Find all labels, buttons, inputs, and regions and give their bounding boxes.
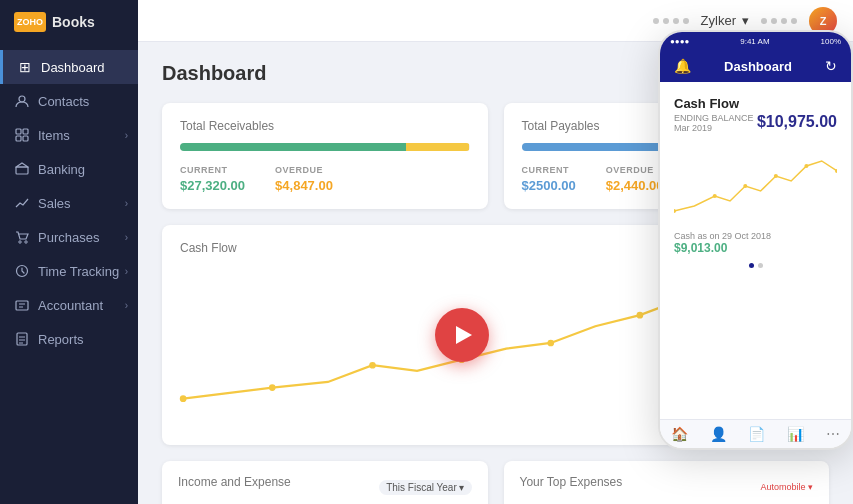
- dot-3: [673, 18, 679, 24]
- svg-point-16: [637, 312, 644, 319]
- expenses-header: Your Top Expenses Automobile ▾: [520, 475, 814, 499]
- dot-inactive: [758, 263, 763, 268]
- phone-bottom-nav: 🏠 👤 📄 📊 ⋯: [660, 419, 851, 448]
- purchases-icon: [14, 229, 30, 245]
- user-name: Zylker: [701, 13, 736, 28]
- svg-point-6: [19, 241, 21, 243]
- phone-tab-home[interactable]: 🏠: [671, 426, 688, 442]
- play-button[interactable]: [435, 308, 489, 362]
- svg-point-7: [25, 241, 27, 243]
- sidebar-item-dashboard[interactable]: ⊞ Dashboard: [0, 50, 138, 84]
- svg-rect-3: [16, 136, 21, 141]
- sidebar-item-label: Accountant: [38, 298, 103, 313]
- dot-7: [781, 18, 787, 24]
- svg-point-0: [19, 96, 25, 102]
- phone-tab-docs[interactable]: 📄: [748, 426, 765, 442]
- income-card: Income and Expense This Fiscal Year ▾: [162, 461, 488, 504]
- phone-mockup: ●●●● 9:41 AM 100% 🔔 Dashboard ↻ Cash Flo…: [658, 30, 853, 450]
- phone-battery: 100%: [821, 37, 841, 46]
- phone-footer-amount: $9,013.00: [674, 241, 837, 255]
- phone-cashflow-sub: ENDING BALANCE Mar 2019: [674, 113, 754, 133]
- dot-5: [761, 18, 767, 24]
- phone-dot-indicator: [674, 263, 837, 268]
- sidebar-item-label: Contacts: [38, 94, 89, 109]
- receivables-overdue-label: OVERDUE: [275, 165, 333, 175]
- sidebar-item-label: Dashboard: [41, 60, 105, 75]
- phone-cashflow-amount: $10,975.00: [757, 113, 837, 131]
- svg-rect-9: [16, 301, 28, 310]
- home-icon: 🏠: [671, 426, 688, 442]
- payables-overdue-label: OVERDUE: [606, 165, 664, 175]
- receivables-overdue-value: $4,847.00: [275, 178, 333, 193]
- svg-point-22: [804, 164, 808, 168]
- dot-active: [749, 263, 754, 268]
- phone-content: Cash Flow ENDING BALANCE Mar 2019 $10,97…: [660, 82, 851, 282]
- user-dropdown-icon: ▾: [742, 13, 749, 28]
- phone-status-bar: ●●●● 9:41 AM 100%: [660, 32, 851, 50]
- sidebar-item-purchases[interactable]: Purchases ›: [0, 220, 138, 254]
- phone-tab-charts[interactable]: 📊: [787, 426, 804, 442]
- sidebar-item-label: Time Tracking: [38, 264, 119, 279]
- sidebar: ZOHO Books ⊞ Dashboard Contacts Items ›: [0, 0, 138, 504]
- dot-2: [663, 18, 669, 24]
- receivables-bar: [180, 143, 470, 151]
- income-header: Income and Expense This Fiscal Year ▾: [178, 475, 472, 499]
- receivables-title: Total Receivables: [180, 119, 470, 133]
- more-icon: ⋯: [826, 426, 840, 442]
- sidebar-item-reports[interactable]: Reports: [0, 322, 138, 356]
- topbar-dots: [653, 18, 689, 24]
- dot-6: [771, 18, 777, 24]
- logo: ZOHO Books: [0, 0, 138, 44]
- reports-icon: [14, 331, 30, 347]
- sidebar-item-label: Sales: [38, 196, 71, 211]
- topbar-right-dots: [761, 18, 797, 24]
- chevron-right-icon: ›: [125, 300, 128, 311]
- expenses-title: Your Top Expenses: [520, 475, 623, 489]
- income-title: Income and Expense: [178, 475, 291, 489]
- phone-nav-title: Dashboard: [724, 59, 792, 74]
- svg-point-19: [713, 194, 717, 198]
- phone-tab-more[interactable]: ⋯: [826, 426, 840, 442]
- sidebar-item-label: Banking: [38, 162, 85, 177]
- phone-footer-label: Cash as on 29 Oct 2018: [674, 231, 837, 241]
- chevron-right-icon: ›: [125, 266, 128, 277]
- svg-point-20: [743, 184, 747, 188]
- payables-current-label: CURRENT: [522, 165, 576, 175]
- sidebar-item-label: Items: [38, 128, 70, 143]
- bottom-row: Income and Expense This Fiscal Year ▾: [162, 461, 829, 504]
- dot-8: [791, 18, 797, 24]
- payables-current-value: $2500.00: [522, 178, 576, 193]
- payables-overdue: OVERDUE $2,440.00: [606, 165, 664, 193]
- sidebar-item-contacts[interactable]: Contacts: [0, 84, 138, 118]
- svg-point-13: [369, 362, 376, 369]
- receivables-current-label: CURRENT: [180, 165, 245, 175]
- user-menu[interactable]: Zylker ▾: [701, 13, 749, 28]
- dot-1: [653, 18, 659, 24]
- phone-tab-contacts[interactable]: 👤: [710, 426, 727, 442]
- chevron-right-icon: ›: [125, 232, 128, 243]
- sidebar-item-banking[interactable]: Banking: [0, 152, 138, 186]
- sidebar-item-accountant[interactable]: Accountant ›: [0, 288, 138, 322]
- sidebar-nav: ⊞ Dashboard Contacts Items › Banking: [0, 44, 138, 504]
- time-tracking-icon: [14, 263, 30, 279]
- receivables-amounts: CURRENT $27,320.00 OVERDUE $4,847.00: [180, 165, 470, 193]
- fiscal-year-dropdown[interactable]: This Fiscal Year ▾: [379, 480, 471, 495]
- receivables-card: Total Receivables CURRENT $27,320.00 OVE…: [162, 103, 488, 209]
- receivables-bar-current: [180, 143, 406, 151]
- sidebar-item-items[interactable]: Items ›: [0, 118, 138, 152]
- svg-point-18: [674, 209, 676, 213]
- accountant-icon: [14, 297, 30, 313]
- sidebar-item-sales[interactable]: Sales ›: [0, 186, 138, 220]
- play-icon: [456, 326, 472, 344]
- phone-nav: 🔔 Dashboard ↻: [660, 50, 851, 82]
- sidebar-item-time-tracking[interactable]: Time Tracking ›: [0, 254, 138, 288]
- phone-time: 9:41 AM: [740, 37, 769, 46]
- logo-icon: ZOHO: [14, 12, 46, 32]
- sidebar-item-label: Reports: [38, 332, 84, 347]
- svg-point-11: [180, 395, 187, 402]
- svg-rect-2: [23, 129, 28, 134]
- svg-rect-1: [16, 129, 21, 134]
- svg-rect-4: [23, 136, 28, 141]
- dashboard-icon: ⊞: [17, 59, 33, 75]
- sales-icon: [14, 195, 30, 211]
